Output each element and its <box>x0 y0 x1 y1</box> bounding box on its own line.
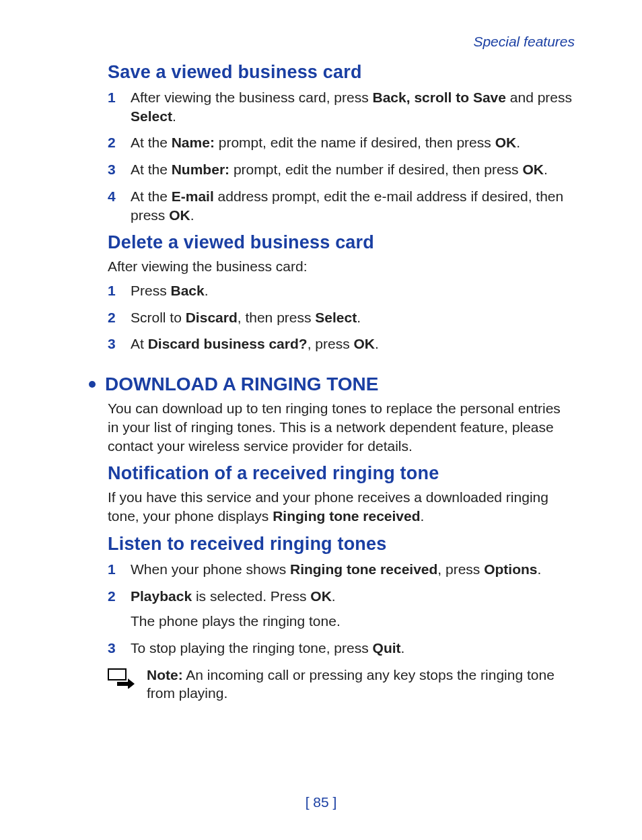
steps-listen: 1 When your phone shows Ringing tone rec… <box>108 560 575 658</box>
step-text: Scroll to Discard, then press Select. <box>131 308 575 327</box>
step-number: 1 <box>108 88 131 107</box>
steps-delete-card: 1 Press Back. 2 Scroll to Discard, then … <box>108 281 575 353</box>
page-number: [ 85 ] <box>0 794 642 810</box>
intro-notification: If you have this service and your phone … <box>108 488 575 525</box>
heading-delete-card: Delete a viewed business card <box>108 232 575 253</box>
step-number: 3 <box>108 335 131 353</box>
list-item: 1 After viewing the business card, press… <box>108 88 575 125</box>
list-item: 3 At Discard business card?, press OK. <box>108 335 575 353</box>
list-item: 1 When your phone shows Ringing tone rec… <box>108 560 575 579</box>
step-number: 4 <box>108 187 131 206</box>
heading-save-card: Save a viewed business card <box>108 62 575 83</box>
step-text: After viewing the business card, press B… <box>131 88 575 125</box>
step-text: At the Number: prompt, edit the number i… <box>131 160 575 179</box>
list-item: 3 At the Number: prompt, edit the number… <box>108 160 575 179</box>
header-section-label: Special features <box>108 34 575 50</box>
list-item: 4 At the E-mail address prompt, edit the… <box>108 187 575 224</box>
step-number: 2 <box>108 587 131 606</box>
svg-rect-0 <box>108 669 126 680</box>
step-text: Press Back. <box>131 281 575 300</box>
step-number: 3 <box>108 160 131 179</box>
step-text: At Discard business card?, press OK. <box>131 335 575 353</box>
step-text: When your phone shows Ringing tone recei… <box>131 560 575 579</box>
heading-download-tone-text: DOWNLOAD A RINGING TONE <box>105 374 379 394</box>
intro-download-tone: You can download up to ten ringing tones… <box>108 399 575 455</box>
step-subtext: The phone plays the ringing tone. <box>131 612 575 631</box>
note-text: Note: An incoming call or pressing any k… <box>147 666 575 703</box>
list-item: 2 Scroll to Discard, then press Select. <box>108 308 575 327</box>
step-number: 2 <box>108 308 131 327</box>
list-item: 3 To stop playing the ringing tone, pres… <box>108 639 575 658</box>
steps-save-card: 1 After viewing the business card, press… <box>108 88 575 224</box>
note-arrow-icon <box>108 668 137 693</box>
list-item: 2 At the Name: prompt, edit the name if … <box>108 133 575 152</box>
intro-delete-card: After viewing the business card: <box>108 257 575 276</box>
heading-listen: Listen to received ringing tones <box>108 534 575 555</box>
step-number: 2 <box>108 133 131 152</box>
list-item: 2 Playback is selected. Press OK. The ph… <box>108 587 575 631</box>
step-number: 3 <box>108 639 131 658</box>
step-text-main: Playback is selected. Press OK. <box>131 588 336 604</box>
step-number: 1 <box>108 560 131 579</box>
step-text: At the Name: prompt, edit the name if de… <box>131 133 575 152</box>
manual-page: Special features Save a viewed business … <box>0 0 642 840</box>
note-block: Note: An incoming call or pressing any k… <box>108 666 575 703</box>
step-text: At the E-mail address prompt, edit the e… <box>131 187 575 224</box>
list-item: 1 Press Back. <box>108 281 575 300</box>
bullet-icon <box>89 381 96 388</box>
heading-notification: Notification of a received ringing tone <box>108 463 575 484</box>
step-number: 1 <box>108 281 131 300</box>
step-text: To stop playing the ringing tone, press … <box>131 639 575 658</box>
heading-download-tone: DOWNLOAD A RINGING TONE <box>89 374 575 395</box>
step-text: Playback is selected. Press OK. The phon… <box>131 587 575 631</box>
